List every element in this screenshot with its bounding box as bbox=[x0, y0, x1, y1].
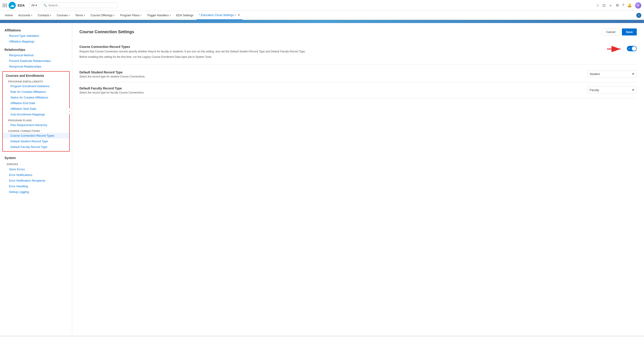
star-icon[interactable]: ☆ bbox=[596, 3, 599, 8]
sidebar-section-system: System ERRORS Store Errors Error Notific… bbox=[0, 154, 72, 195]
nav-item-terms[interactable]: Terms ▾ bbox=[73, 11, 87, 20]
nav-item-courses[interactable]: Courses ▾ bbox=[54, 11, 72, 20]
nav-item-trigger-handlers[interactable]: Trigger Handlers ▾ bbox=[145, 11, 173, 20]
setting-desc-p2: Before enabling this setting for the fir… bbox=[80, 55, 601, 59]
sidebar-expand-chevron-area: › bbox=[66, 108, 72, 115]
nav-terms-chevron: ▾ bbox=[84, 14, 85, 17]
sidebar-expand-chevron[interactable]: › bbox=[66, 108, 72, 115]
sidebar-item-prevent-duplicate-relationships[interactable]: Prevent Duplicate Relationships bbox=[0, 58, 72, 64]
add-icon[interactable]: ＋ bbox=[608, 3, 613, 8]
sidebar-section-title-affiliations[interactable]: Affiliations bbox=[0, 27, 72, 33]
sidebar-item-default-faculty-record-type[interactable]: Default Faculty Record Type bbox=[3, 144, 69, 150]
nav-close-icon[interactable]: ✕ bbox=[238, 13, 240, 17]
sidebar-item-affiliation-start-date[interactable]: Affiliation Start Date bbox=[3, 106, 69, 112]
top-nav-icons: ☆ ⊡ ＋ ⚙ ? 🔔 U bbox=[596, 2, 641, 9]
salesforce-logo: ☁ bbox=[8, 2, 16, 9]
sub-setting-label-default-student: Default Student Record Type bbox=[80, 71, 587, 74]
global-search-bar[interactable]: 🔍 bbox=[41, 3, 118, 8]
sub-setting-row-default-student: Default Student Record Type Select the r… bbox=[80, 66, 637, 83]
search-scope-chevron: ▾ bbox=[36, 4, 37, 7]
default-faculty-record-type-select[interactable]: Faculty Student Default bbox=[587, 87, 637, 94]
sidebar-item-affiliation-mappings[interactable]: Affiliation Mappings bbox=[0, 39, 72, 44]
nav-eda-settings-label: EDA Settings bbox=[176, 14, 194, 17]
sidebar-item-default-student-record-type[interactable]: Default Student Record Type bbox=[3, 138, 69, 144]
search-scope-selector[interactable]: All ▾ bbox=[29, 3, 39, 8]
page-actions: Cancel Save bbox=[602, 29, 637, 36]
setting-desc-course-connection-record-types: Require that Course Connection records s… bbox=[80, 50, 601, 59]
sidebar-item-affiliation-end-date[interactable]: Affiliation End Date bbox=[3, 100, 69, 106]
top-nav-bar: ☁ EDA All ▾ 🔍 ☆ ⊡ ＋ ⚙ ? 🔔 U bbox=[0, 0, 644, 11]
course-connection-record-types-toggle[interactable]: ✓ bbox=[627, 46, 637, 51]
sidebar-item-reciprocal-method[interactable]: Reciprocal Method bbox=[0, 52, 72, 58]
nav-education-cloud-chevron: ▾ bbox=[235, 14, 236, 16]
sub-setting-desc-default-faculty: Select the record type for faculty Cours… bbox=[80, 91, 587, 94]
save-button[interactable]: Save bbox=[622, 29, 637, 36]
nav-trigger-handlers-label: Trigger Handlers bbox=[147, 14, 168, 17]
recent-icon[interactable]: ⊡ bbox=[602, 3, 606, 8]
blue-gradient-bar bbox=[0, 20, 644, 23]
course-connection-record-types-toggle-wrapper: ✓ bbox=[627, 46, 637, 51]
setting-control-course-connection-record-types: ✓ bbox=[605, 45, 637, 53]
nav-program-plans-label: Program Plans bbox=[120, 14, 140, 17]
sidebar-item-error-notifications[interactable]: Error Notifications bbox=[0, 172, 72, 178]
sidebar-section-title-relationships[interactable]: Relationships bbox=[0, 46, 72, 52]
sub-setting-row-default-faculty: Default Faculty Record Type Select the r… bbox=[80, 83, 637, 99]
sidebar-item-debug-logging[interactable]: Debug Logging bbox=[0, 189, 72, 195]
red-arrow-svg bbox=[605, 45, 623, 53]
sidebar-section-title-courses-enrollments[interactable]: Courses and Enrollments bbox=[3, 73, 69, 78]
search-input[interactable] bbox=[48, 4, 115, 7]
sidebar-item-error-handling[interactable]: Error Handling bbox=[0, 183, 72, 189]
sub-settings-container: Default Student Record Type Select the r… bbox=[80, 66, 637, 99]
app-launcher-icon[interactable] bbox=[3, 4, 7, 7]
sidebar-item-program-enrollment-deletions[interactable]: Program Enrollment Deletions bbox=[3, 83, 69, 89]
main-content-area: Course Connection Settings Cancel Save C… bbox=[72, 23, 644, 335]
default-student-record-type-select[interactable]: Student Faculty Default bbox=[587, 71, 637, 78]
sub-setting-info-default-faculty: Default Faculty Record Type Select the r… bbox=[80, 87, 587, 94]
nav-item-accounts[interactable]: Accounts ▾ bbox=[16, 11, 34, 20]
sub-setting-control-default-faculty: Faculty Student Default bbox=[587, 87, 637, 94]
nav-item-contacts[interactable]: Contacts ▾ bbox=[36, 11, 54, 20]
sidebar: Affiliations Record Type Validation Affi… bbox=[0, 23, 72, 335]
setup-icon[interactable]: ⚙ bbox=[616, 3, 619, 8]
info-icon[interactable]: i bbox=[636, 13, 641, 18]
avatar[interactable]: U bbox=[635, 2, 641, 9]
sidebar-item-auto-enrollment-mappings[interactable]: Auto-Enrollment Mappings bbox=[3, 112, 69, 117]
nav-program-plans-chevron: ▾ bbox=[140, 14, 142, 17]
nav-item-home[interactable]: Home bbox=[3, 11, 15, 20]
nav-item-eda-settings[interactable]: EDA Settings bbox=[174, 11, 196, 20]
search-scope-label: All bbox=[31, 4, 34, 7]
sidebar-item-status-for-created-affiliations[interactable]: Status for Created Affiliations bbox=[3, 95, 69, 100]
sidebar-subsection-program-plans: PROGRAM PLANS bbox=[3, 117, 69, 122]
sidebar-item-plan-requirement-hierarchy[interactable]: Plan Requirement Hierarchy bbox=[3, 122, 69, 128]
sidebar-item-store-errors[interactable]: Store Errors bbox=[0, 166, 72, 172]
sidebar-item-record-type-validation[interactable]: Record Type Validation bbox=[0, 33, 72, 39]
sidebar-item-error-notification-recipients[interactable]: Error Notification Recipients bbox=[0, 178, 72, 183]
sidebar-item-reciprocal-relationships[interactable]: Reciprocal Relationships bbox=[0, 64, 72, 69]
notification-icon[interactable]: 🔔 bbox=[627, 3, 632, 8]
sidebar-section-relationships: Relationships Reciprocal Method Prevent … bbox=[0, 46, 72, 69]
page-header: Course Connection Settings Cancel Save bbox=[80, 29, 637, 36]
nav-item-education-cloud-settings[interactable]: * Education Cloud Settings ▾ ✕ bbox=[196, 11, 242, 20]
setting-row-course-connection-record-types: Course Connection Record Types Require t… bbox=[80, 41, 637, 65]
sidebar-subsection-errors: ERRORS bbox=[0, 161, 72, 166]
setting-label-course-connection-record-types: Course Connection Record Types bbox=[80, 45, 601, 49]
nav-course-offerings-chevron: ▾ bbox=[114, 14, 115, 17]
nav-item-course-offerings[interactable]: Course Offerings ▾ bbox=[88, 11, 117, 20]
sub-setting-desc-default-student: Select the record type for student Cours… bbox=[80, 75, 587, 78]
sidebar-subsection-program-enrollments: PROGRAM ENROLLMENTS bbox=[3, 78, 69, 83]
sidebar-section-courses-enrollments-highlighted: Courses and Enrollments PROGRAM ENROLLME… bbox=[2, 71, 70, 152]
help-icon[interactable]: ? bbox=[622, 4, 624, 8]
sidebar-section-affiliations: Affiliations Record Type Validation Affi… bbox=[0, 27, 72, 44]
cancel-button[interactable]: Cancel bbox=[602, 29, 620, 36]
sidebar-item-course-connection-record-types[interactable]: Course Connection Record Types bbox=[3, 133, 69, 138]
toggle-check-icon: ✓ bbox=[628, 47, 630, 50]
nav-contacts-label: Contacts bbox=[38, 14, 49, 17]
nav-courses-label: Courses bbox=[57, 14, 68, 17]
toggle-knob bbox=[632, 46, 636, 51]
search-icon: 🔍 bbox=[43, 4, 47, 7]
page-title: Course Connection Settings bbox=[80, 30, 134, 34]
sidebar-section-title-system[interactable]: System bbox=[0, 154, 72, 161]
nav-accounts-chevron: ▾ bbox=[31, 14, 32, 17]
sidebar-item-role-for-created-affiliations[interactable]: Role for Created Affiliations bbox=[3, 89, 69, 95]
nav-item-program-plans[interactable]: Program Plans ▾ bbox=[118, 11, 144, 20]
